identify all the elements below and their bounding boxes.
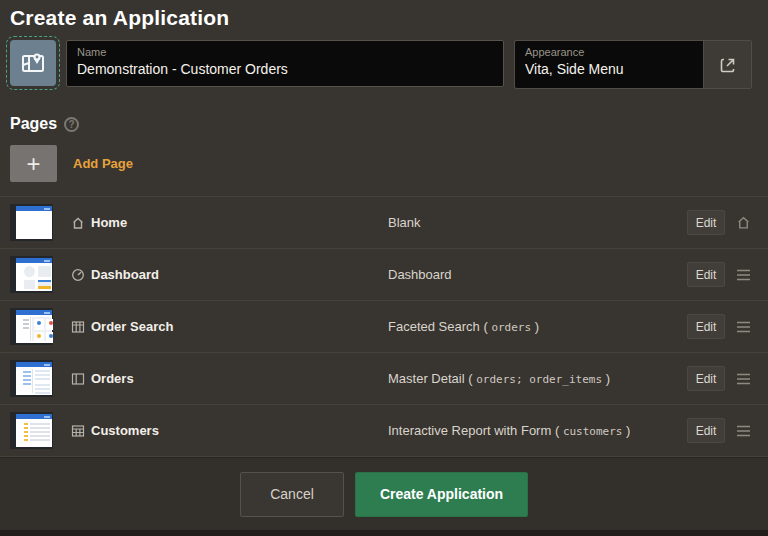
page-name: Dashboard <box>71 267 159 282</box>
thumb-report-form-page <box>16 414 52 447</box>
thumb-dashboard-page <box>16 258 52 291</box>
appearance-field-label: Appearance <box>525 46 693 59</box>
appearance-input[interactable] <box>525 59 693 79</box>
add-page-row: + Add Page <box>0 133 768 196</box>
name-input[interactable] <box>77 59 493 79</box>
help-icon[interactable]: ? <box>64 117 79 132</box>
page-thumbnail[interactable] <box>10 360 53 397</box>
pages-header: Pages ? <box>0 89 768 133</box>
create-application-button[interactable]: Create Application <box>355 472 528 517</box>
app-icon-button[interactable] <box>10 40 56 86</box>
page-name-label: Orders <box>91 371 134 386</box>
thumb-faceted-page <box>16 310 52 343</box>
page-type: Dashboard ( ) <box>388 267 452 282</box>
create-application-dialog: Create an Application Name Appearance <box>0 0 768 536</box>
appearance-field[interactable]: Appearance <box>515 41 703 88</box>
drag-handle-icon[interactable] <box>736 321 753 333</box>
page-thumbnail[interactable] <box>10 204 53 241</box>
map-pin-icon <box>20 50 46 76</box>
dialog-header: Create an Application <box>0 0 768 30</box>
add-page-label[interactable]: Add Page <box>73 156 133 171</box>
home-marker-icon <box>736 215 753 230</box>
page-name: Customers <box>71 423 159 438</box>
page-thumbnail[interactable] <box>10 412 53 449</box>
drag-handle-icon[interactable] <box>736 425 753 437</box>
report-icon <box>71 424 85 438</box>
page-name-label: Customers <box>91 423 159 438</box>
name-field-label: Name <box>77 46 493 59</box>
master-detail-icon <box>71 372 85 386</box>
page-list: Home Blank ( ) Edit Dashboa <box>0 196 768 457</box>
page-title: Create an Application <box>10 6 752 30</box>
edit-page-button[interactable]: Edit <box>687 418 725 443</box>
page-row-customers: Customers Interactive Report with Form (… <box>0 405 768 457</box>
page-name-label: Home <box>91 215 127 230</box>
page-name: Order Search <box>71 319 173 334</box>
page-row-home: Home Blank ( ) Edit <box>0 197 768 249</box>
dialog-footer: Cancel Create Application <box>0 457 768 530</box>
edit-page-button[interactable]: Edit <box>687 314 725 339</box>
edit-page-button[interactable]: Edit <box>687 366 725 391</box>
drag-handle-icon[interactable] <box>736 373 753 385</box>
pages-heading: Pages <box>10 115 57 133</box>
edit-page-button[interactable]: Edit <box>687 262 725 287</box>
thumb-master-detail-page <box>16 362 52 395</box>
page-name-label: Dashboard <box>91 267 159 282</box>
add-page-button[interactable]: + <box>10 145 57 182</box>
appearance-popup-button[interactable] <box>703 41 751 88</box>
page-type: Blank ( ) <box>388 215 421 230</box>
cancel-button[interactable]: Cancel <box>240 472 344 517</box>
page-name: Orders <box>71 371 134 386</box>
page-thumbnail[interactable] <box>10 256 53 293</box>
page-row-order-search: Order Search Faceted Search ( orders ) E… <box>0 301 768 353</box>
gauge-icon <box>71 268 85 282</box>
page-row-dashboard: Dashboard Dashboard ( ) Edit <box>0 249 768 301</box>
edit-page-button[interactable]: Edit <box>687 210 725 235</box>
page-type: Faceted Search ( orders ) <box>388 319 539 334</box>
drag-handle-icon[interactable] <box>736 269 753 281</box>
page-name-label: Order Search <box>91 319 173 334</box>
page-name: Home <box>71 215 127 230</box>
open-popup-icon <box>719 56 737 74</box>
thumb-blank-page <box>16 206 52 239</box>
grid-icon <box>71 320 85 334</box>
page-type: Interactive Report with Form ( customers… <box>388 423 630 438</box>
app-settings-row: Name Appearance <box>0 30 768 89</box>
name-field[interactable]: Name <box>66 40 504 87</box>
page-row-orders: Orders Master Detail ( orders; order_ite… <box>0 353 768 405</box>
bottom-strip <box>0 530 768 536</box>
home-icon <box>71 216 85 230</box>
page-type: Master Detail ( orders; order_items ) <box>388 371 610 386</box>
page-thumbnail[interactable] <box>10 308 53 345</box>
appearance-group: Appearance <box>514 40 752 89</box>
